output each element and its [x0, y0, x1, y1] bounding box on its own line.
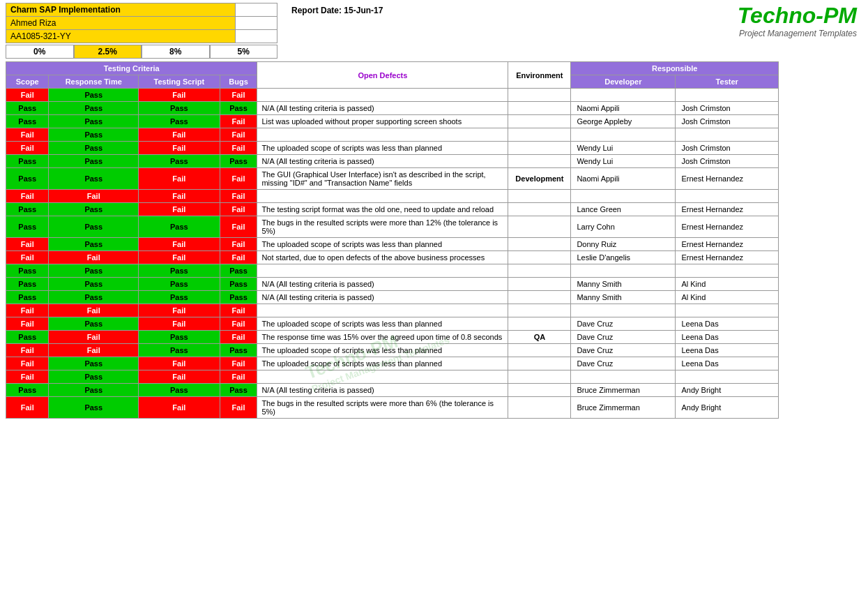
scope-cell: Pass — [6, 216, 49, 238]
scope-cell: Fail — [6, 128, 49, 142]
developer-cell: Dave Cruz — [571, 357, 676, 370]
tester-cell: Leena Das — [676, 331, 779, 344]
defect-cell: N/A (All testing criteria is passed) — [257, 291, 508, 304]
bugs-cell: Fail — [220, 317, 257, 331]
response-cell: Pass — [49, 397, 139, 419]
response-cell: Pass — [49, 317, 139, 331]
script-cell: Fail — [139, 304, 220, 317]
project-id: AA1085-321-YY — [6, 30, 236, 43]
bugs-cell: Fail — [220, 203, 257, 216]
tester-cell: Al Kind — [676, 278, 779, 291]
tester-cell — [676, 370, 779, 384]
tester-cell — [676, 128, 779, 142]
developer-cell: Larry Cohn — [571, 216, 676, 238]
script-cell: Pass — [139, 384, 220, 397]
developer-cell — [571, 304, 676, 317]
developer-cell: Manny Smith — [571, 291, 676, 304]
developer-cell: Wendy Lui — [571, 155, 676, 168]
environment-cell — [508, 370, 571, 384]
response-cell: Pass — [49, 142, 139, 155]
scope-cell: Pass — [6, 331, 49, 344]
tester-cell: Al Kind — [676, 291, 779, 304]
tester-cell: Ernest Hernandez — [676, 216, 779, 238]
environment-header: Environment — [508, 62, 571, 89]
brand-subtitle: Project Management Templates — [738, 29, 857, 38]
script-cell: Pass — [139, 216, 220, 238]
scope-cell: Fail — [6, 238, 49, 251]
open-defects-header: Open Defects — [257, 62, 508, 89]
scope-cell: Pass — [6, 155, 49, 168]
developer-cell: Wendy Lui — [571, 142, 676, 155]
defect-cell — [257, 264, 508, 278]
testing-criteria-header: Testing Criteria — [6, 62, 257, 75]
tester-cell: Andy Bright — [676, 397, 779, 419]
developer-cell: Donny Ruiz — [571, 238, 676, 251]
scope-cell: Fail — [6, 251, 49, 264]
defect-cell: N/A (All testing criteria is passed) — [257, 278, 508, 291]
environment-cell: Development — [508, 168, 571, 190]
environment-cell — [508, 216, 571, 238]
scope-cell: Fail — [6, 370, 49, 384]
pct-25: 2.5% — [74, 45, 142, 59]
response-cell: Pass — [49, 89, 139, 102]
defect-cell: Not started, due to open defects of the … — [257, 251, 508, 264]
bugs-cell: Fail — [220, 216, 257, 238]
response-cell: Pass — [49, 278, 139, 291]
environment-cell — [508, 190, 571, 203]
response-cell: Pass — [49, 168, 139, 190]
developer-cell — [571, 190, 676, 203]
response-cell: Pass — [49, 291, 139, 304]
tester-cell: Ernest Hernandez — [676, 251, 779, 264]
bugs-cell: Pass — [220, 344, 257, 357]
brand-title: Techno-PM — [738, 3, 857, 29]
tester-cell — [676, 304, 779, 317]
developer-cell: Leslie D'angelis — [571, 251, 676, 264]
bugs-cell: Fail — [220, 128, 257, 142]
defect-cell: The uploaded scope of scripts was less t… — [257, 238, 508, 251]
scope-cell: Pass — [6, 115, 49, 128]
response-cell: Pass — [49, 238, 139, 251]
defect-cell — [257, 304, 508, 317]
col-response: Response Time — [49, 75, 139, 89]
tester-cell: Josh Crimston — [676, 142, 779, 155]
developer-cell: Naomi Appili — [571, 168, 676, 190]
defect-cell: The uploaded scope of scripts was less t… — [257, 142, 508, 155]
tester-cell: Leena Das — [676, 344, 779, 357]
developer-cell — [571, 89, 676, 102]
script-cell: Fail — [139, 142, 220, 155]
response-cell: Pass — [49, 370, 139, 384]
developer-cell: Manny Smith — [571, 278, 676, 291]
script-cell: Fail — [139, 357, 220, 370]
tester-cell: Andy Bright — [676, 384, 779, 397]
environment-cell — [508, 397, 571, 419]
response-cell: Pass — [49, 155, 139, 168]
developer-cell: Dave Cruz — [571, 317, 676, 331]
script-cell: Fail — [139, 317, 220, 331]
response-cell: Fail — [49, 190, 139, 203]
developer-cell: Naomi Appili — [571, 102, 676, 115]
bugs-cell: Fail — [220, 251, 257, 264]
response-cell: Pass — [49, 128, 139, 142]
tester-cell: Ernest Hernandez — [676, 238, 779, 251]
defect-cell: The testing script format was the old on… — [257, 203, 508, 216]
script-cell: Fail — [139, 251, 220, 264]
scope-cell: Pass — [6, 291, 49, 304]
response-cell: Pass — [49, 216, 139, 238]
col-bugs: Bugs — [220, 75, 257, 89]
developer-cell: Dave Cruz — [571, 344, 676, 357]
script-cell: Fail — [139, 168, 220, 190]
tester-cell: Leena Das — [676, 317, 779, 331]
scope-cell: Fail — [6, 304, 49, 317]
pct-5: 5% — [210, 45, 278, 59]
defect-cell: N/A (All testing criteria is passed) — [257, 102, 508, 115]
script-cell: Fail — [139, 397, 220, 419]
scope-cell: Pass — [6, 102, 49, 115]
script-cell: Pass — [139, 291, 220, 304]
script-cell: Fail — [139, 190, 220, 203]
defect-cell — [257, 190, 508, 203]
environment-cell — [508, 384, 571, 397]
response-cell: Fail — [49, 344, 139, 357]
response-cell: Fail — [49, 331, 139, 344]
script-cell: Pass — [139, 331, 220, 344]
scope-cell: Fail — [6, 397, 49, 419]
